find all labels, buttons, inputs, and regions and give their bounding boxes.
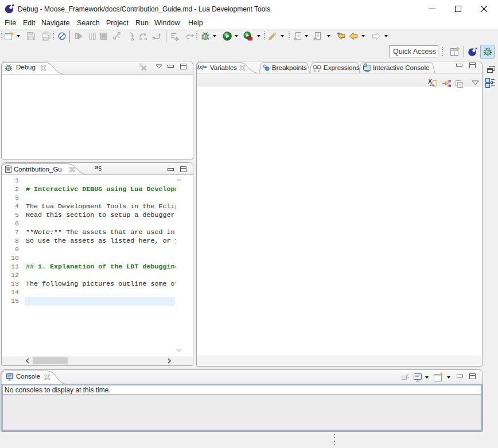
svg-text:y: y: [318, 69, 320, 72]
svg-text:x: x: [314, 69, 316, 72]
